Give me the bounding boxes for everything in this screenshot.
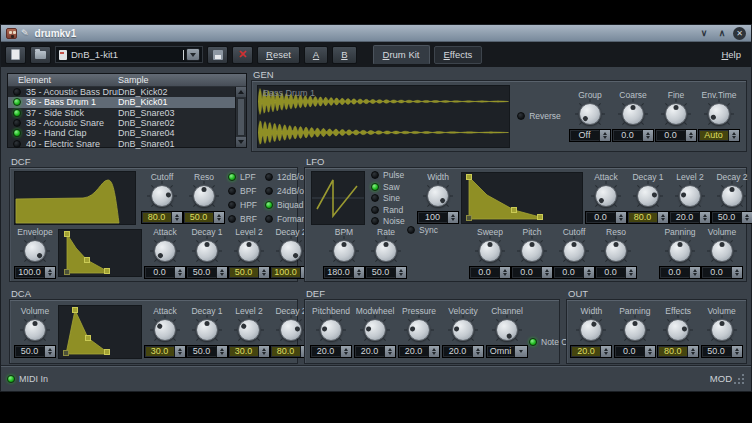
- knob-cutoff[interactable]: Cutoff0.0: [553, 227, 595, 279]
- width-value[interactable]: 100: [417, 211, 459, 224]
- minimize-button[interactable]: ∨: [697, 27, 711, 40]
- knob-attack[interactable]: Attack30.0: [144, 306, 186, 358]
- attack-value[interactable]: 0.0: [585, 211, 627, 224]
- preset-name-input[interactable]: DnB_1-kit1: [71, 49, 182, 60]
- spinner-buttons[interactable]: [689, 267, 700, 278]
- spinner-buttons[interactable]: [216, 346, 227, 357]
- effects-dial[interactable]: [663, 316, 693, 344]
- tab-drum-kit[interactable]: Drum Kit: [373, 45, 430, 64]
- spinner-buttons[interactable]: [644, 346, 655, 357]
- group-value[interactable]: Off: [569, 129, 611, 142]
- spinner-buttons[interactable]: [44, 267, 55, 278]
- volume-value[interactable]: 0.0: [701, 266, 743, 279]
- pressure-value[interactable]: 20.0: [398, 345, 440, 358]
- velocity-value[interactable]: 20.0: [442, 345, 484, 358]
- envelope-value[interactable]: 100.0: [14, 266, 56, 279]
- effects-value[interactable]: 80.0: [657, 345, 699, 358]
- preset-combo[interactable]: DnB_1-kit1: [55, 46, 203, 63]
- knob-fine[interactable]: Fine0.0: [655, 90, 697, 142]
- attack-dial[interactable]: [591, 182, 621, 210]
- velocity-dial[interactable]: [448, 316, 478, 344]
- spinner-buttons[interactable]: [599, 130, 610, 141]
- knob-level-2[interactable]: Level 220.0: [669, 172, 711, 224]
- volume-dial[interactable]: [707, 316, 737, 344]
- attack-value[interactable]: 30.0: [144, 345, 186, 358]
- reset-button[interactable]: Reset: [257, 46, 300, 64]
- decay-2-dial[interactable]: [276, 237, 306, 265]
- spinner-buttons[interactable]: [687, 346, 698, 357]
- level-2-value[interactable]: 50.0: [228, 266, 270, 279]
- sweep-value[interactable]: 0.0: [469, 266, 511, 279]
- knob-level-2[interactable]: Level 250.0: [228, 227, 270, 279]
- spinner-buttons[interactable]: [615, 212, 626, 223]
- cutoff-value[interactable]: 80.0: [141, 211, 183, 224]
- knob-width[interactable]: Width100: [417, 172, 459, 224]
- volume-value[interactable]: 50.0: [701, 345, 743, 358]
- decay-1-dial[interactable]: [192, 316, 222, 344]
- spinner-buttons[interactable]: [657, 212, 668, 223]
- lfo-envelope-display[interactable]: [461, 172, 583, 224]
- dcf-envelope-display[interactable]: [58, 229, 142, 277]
- spinner-buttons[interactable]: [44, 346, 55, 357]
- titlebar[interactable]: ✎ drumkv1 ∨ ∧ ✕: [1, 25, 751, 42]
- knob-channel[interactable]: ChannelOmni: [485, 306, 529, 358]
- knob-coarse[interactable]: Coarse0.0: [612, 90, 654, 142]
- help-menu[interactable]: Help: [721, 49, 741, 60]
- modwheel-value[interactable]: 20.0: [354, 345, 396, 358]
- knob-attack[interactable]: Attack0.0: [144, 227, 186, 279]
- open-preset-button[interactable]: [30, 46, 51, 64]
- pitchbend-value[interactable]: 20.0: [310, 345, 352, 358]
- compare-a-button[interactable]: A: [304, 46, 328, 64]
- new-preset-button[interactable]: [5, 46, 26, 64]
- brf-toggle[interactable]: BRF: [228, 214, 257, 224]
- knob-pressure[interactable]: Pressure20.0: [397, 306, 441, 358]
- knob-reso[interactable]: Reso0.0: [595, 227, 637, 279]
- filter-curve-display[interactable]: [14, 171, 136, 225]
- spinner-buttons[interactable]: [447, 212, 458, 223]
- column-sample[interactable]: Sample: [118, 74, 246, 86]
- sweep-dial[interactable]: [475, 237, 505, 265]
- spinner-buttons[interactable]: [741, 212, 752, 223]
- knob-decay-1[interactable]: Decay 150.0: [186, 227, 228, 279]
- coarse-dial[interactable]: [618, 100, 648, 128]
- knob-sweep[interactable]: Sweep0.0: [469, 227, 511, 279]
- lpf-toggle[interactable]: LPF: [228, 172, 257, 182]
- column-element[interactable]: Element: [8, 74, 118, 86]
- modwheel-dial[interactable]: [360, 316, 390, 344]
- attack-dial[interactable]: [150, 237, 180, 265]
- knob-volume[interactable]: Volume50.0: [14, 306, 56, 358]
- cutoff-dial[interactable]: [559, 237, 589, 265]
- dca-envelope-display[interactable]: [58, 305, 142, 359]
- spinner-buttons[interactable]: [171, 212, 182, 223]
- knob-effects[interactable]: Effects80.0: [657, 306, 699, 358]
- element-table[interactable]: Element Sample 35 - Acoustic Bass DrumDn…: [7, 73, 247, 148]
- spinner-buttons[interactable]: [384, 346, 395, 357]
- knob-decay-1[interactable]: Decay 180.0: [627, 172, 669, 224]
- spinner-buttons[interactable]: [258, 346, 269, 357]
- spinner-buttons[interactable]: [642, 130, 653, 141]
- element-scrollbar[interactable]: [235, 87, 246, 147]
- level-2-dial[interactable]: [234, 316, 264, 344]
- decay-2-dial[interactable]: [276, 316, 306, 344]
- pressure-dial[interactable]: [404, 316, 434, 344]
- reverse-toggle[interactable]: Reverse: [517, 111, 561, 121]
- bpf-toggle[interactable]: BPF: [228, 186, 257, 196]
- spinner-buttons[interactable]: [258, 267, 269, 278]
- coarse-value[interactable]: 0.0: [612, 129, 654, 142]
- attack-dial[interactable]: [150, 316, 180, 344]
- knob-attack[interactable]: Attack0.0: [585, 172, 627, 224]
- dropdown-arrow-icon[interactable]: [514, 346, 527, 357]
- spinner-buttons[interactable]: [583, 267, 594, 278]
- saw-toggle[interactable]: Saw: [371, 182, 417, 192]
- tab-effects[interactable]: Effects: [434, 46, 483, 64]
- scroll-down-button[interactable]: [236, 137, 246, 147]
- gen-waveform-display[interactable]: Bass Drum 1: [257, 85, 510, 148]
- spinner-buttons[interactable]: [216, 267, 227, 278]
- knob-panning[interactable]: Panning0.0: [614, 306, 656, 358]
- element-row[interactable]: 38 - Acoustic SnareDnB_Snare02: [8, 118, 235, 128]
- knob-decay-2[interactable]: Decay 250.0: [711, 172, 752, 224]
- width-dial[interactable]: [423, 182, 453, 210]
- compare-b-button[interactable]: B: [332, 46, 356, 64]
- element-row[interactable]: 40 - Electric SnareDnB_Snare01: [8, 138, 235, 148]
- mod-button[interactable]: MOD: [710, 373, 732, 384]
